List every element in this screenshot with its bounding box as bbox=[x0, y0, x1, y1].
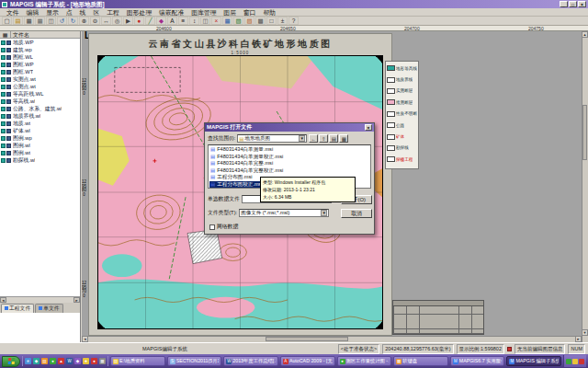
help-icon[interactable]: ? bbox=[288, 17, 299, 25]
measure-icon[interactable]: ± bbox=[277, 17, 288, 25]
layer-visibility-checkbox[interactable] bbox=[1, 55, 6, 60]
layer-item[interactable]: 等高距线.WL bbox=[0, 90, 80, 98]
map-library-icon[interactable]: ▩ bbox=[255, 17, 266, 25]
task-button[interactable]: M MAPGIS 编辑子系统 -… bbox=[506, 356, 561, 366]
layer-item[interactable]: 图例.wt bbox=[0, 149, 80, 156]
layer-item[interactable]: 图框.WL bbox=[0, 53, 80, 61]
layer-visibility-checkbox[interactable] bbox=[1, 48, 6, 52]
layer-item[interactable]: 地质.WP bbox=[0, 39, 80, 46]
quick-launch-word-icon[interactable]: W bbox=[66, 358, 73, 364]
task-button[interactable]: W 2013年度工作总结[… bbox=[223, 356, 278, 366]
task-button[interactable]: M MAPGIS6.7 实用服务 bbox=[450, 356, 505, 366]
layer-item[interactable]: 图框.WP bbox=[0, 61, 80, 68]
layer-item[interactable]: 建筑.wp bbox=[0, 46, 80, 53]
menu-item[interactable]: 文件 bbox=[3, 8, 23, 17]
save-all-icon[interactable]: ▦ bbox=[35, 17, 45, 25]
tray-red-icon[interactable] bbox=[579, 359, 584, 364]
layer-item[interactable]: 图例.wl bbox=[0, 142, 80, 149]
full-extent-icon[interactable]: ◎ bbox=[112, 17, 122, 25]
layer-item[interactable]: 矿体.wl bbox=[0, 127, 80, 134]
layer-icon[interactable]: ▧ bbox=[233, 17, 243, 25]
task-button[interactable]: S SECTION2011(5月12… bbox=[167, 356, 222, 366]
task-button[interactable]: ▦ 软键盘 bbox=[393, 356, 448, 366]
menu-item[interactable]: 线 bbox=[76, 8, 90, 17]
layer-item[interactable]: 地质界线.wl bbox=[0, 112, 80, 120]
up-folder-icon[interactable]: ⇧ bbox=[319, 134, 328, 143]
quick-launch-green-icon[interactable]: ● bbox=[50, 358, 56, 364]
menu-item[interactable]: 区 bbox=[89, 8, 103, 17]
chevron-down-icon[interactable]: ▼ bbox=[321, 210, 327, 216]
tray-yellow-icon[interactable] bbox=[572, 359, 578, 364]
quick-launch-star-icon[interactable]: ★ bbox=[83, 358, 89, 364]
quick-launch-purple-icon[interactable]: ◆ bbox=[74, 358, 81, 364]
legend-item[interactable]: 矿体 bbox=[387, 131, 417, 142]
layer-visibility-checkbox[interactable] bbox=[1, 121, 6, 126]
redo-icon[interactable]: ↻ bbox=[68, 17, 78, 25]
move-icon[interactable]: ↕ bbox=[189, 17, 199, 25]
menu-item[interactable]: 点 bbox=[62, 8, 76, 17]
open-file-icon[interactable]: ▤ bbox=[13, 17, 23, 25]
minimize-icon[interactable]: _ bbox=[560, 1, 568, 7]
chevron-down-icon[interactable]: ▼ bbox=[299, 135, 305, 142]
layer-visibility-checkbox[interactable] bbox=[1, 144, 6, 148]
legend-item[interactable]: 公路 bbox=[387, 120, 417, 131]
quick-launch-folder-icon[interactable]: ▤ bbox=[41, 358, 48, 364]
quick-launch-media-icon[interactable]: ● bbox=[91, 358, 97, 364]
layer-visibility-checkbox[interactable] bbox=[1, 63, 6, 67]
menu-item[interactable]: 镶嵌配准 bbox=[155, 8, 187, 17]
lookin-dropdown[interactable]: ▤ 地形地质图 ▼ bbox=[237, 134, 307, 143]
layer-visibility-checkbox[interactable] bbox=[1, 77, 6, 82]
layer-visibility-checkbox[interactable] bbox=[1, 92, 6, 97]
maximize-icon[interactable]: □ bbox=[569, 1, 577, 7]
task-button[interactable]: ● 测区工作量统计图 -… bbox=[337, 356, 392, 366]
quick-launch-gray-icon[interactable]: ▦ bbox=[99, 358, 106, 364]
menu-item[interactable]: 图层 bbox=[220, 8, 240, 17]
layer-item[interactable]: 实测点.wt bbox=[0, 75, 80, 83]
cancel-button[interactable]: 取消 bbox=[341, 209, 372, 218]
menu-item[interactable]: 显示 bbox=[42, 8, 62, 17]
layer-item[interactable]: 图例.wp bbox=[0, 134, 80, 142]
project-icon[interactable]: ▨ bbox=[244, 17, 254, 25]
layer-visibility-checkbox[interactable] bbox=[1, 151, 6, 155]
polygon-edit-icon[interactable]: ◆ bbox=[156, 17, 166, 25]
menu-item[interactable]: 工程 bbox=[103, 8, 123, 17]
layer-item[interactable]: 勘探线.wl bbox=[0, 156, 80, 164]
layer-visibility-checkbox[interactable] bbox=[1, 129, 6, 133]
dialog-close-icon[interactable]: × bbox=[365, 124, 372, 131]
delete-icon[interactable]: × bbox=[211, 17, 221, 25]
save-icon[interactable]: ▦ bbox=[24, 17, 34, 25]
window-icon[interactable]: □ bbox=[266, 17, 277, 25]
vertical-scroll-thumb[interactable] bbox=[582, 105, 587, 160]
工程分布图.msi[interactable]: ▤ 工程分布图.msi bbox=[209, 174, 252, 181]
legend-item[interactable]: 实测断层 bbox=[387, 86, 417, 97]
scroll-left-icon[interactable]: ◄ bbox=[0, 297, 6, 303]
zoom-in-icon[interactable]: ⊕ bbox=[79, 17, 89, 25]
layer-visibility-checkbox[interactable] bbox=[1, 158, 6, 163]
task-button[interactable]: ▤ E:\地质资料 bbox=[110, 356, 165, 366]
legend-item[interactable]: 性质不明断层 bbox=[387, 109, 417, 120]
new-folder-icon[interactable]: ▤ bbox=[329, 134, 338, 143]
menu-item[interactable]: 窗口 bbox=[240, 8, 260, 17]
layer-item[interactable]: 地质.wt bbox=[0, 120, 80, 127]
attribute-icon[interactable]: ≡ bbox=[178, 17, 188, 25]
quick-launch-ie-icon[interactable]: e bbox=[25, 358, 31, 364]
start-button[interactable] bbox=[2, 356, 20, 367]
menu-item[interactable]: 图库管理 bbox=[187, 8, 220, 17]
sidebar-tab[interactable]: 工程文件 bbox=[1, 304, 34, 313]
quick-launch-desktop-icon[interactable]: ◆ bbox=[33, 358, 40, 364]
zoom-out-icon[interactable]: ⊖ bbox=[90, 17, 100, 25]
new-file-icon[interactable]: ▢ bbox=[2, 17, 12, 25]
menu-item[interactable]: 编辑 bbox=[23, 8, 43, 17]
select-icon[interactable]: ▶ bbox=[123, 17, 133, 25]
tray-green-icon[interactable] bbox=[566, 359, 571, 364]
text-icon[interactable]: A bbox=[167, 17, 177, 25]
quick-launch-red-icon[interactable]: ▲ bbox=[58, 358, 64, 364]
scroll-right-icon[interactable]: ► bbox=[74, 297, 80, 303]
horizontal-scroll-thumb[interactable] bbox=[266, 337, 348, 341]
line-edit-icon[interactable]: ╱ bbox=[145, 17, 155, 25]
back-icon[interactable]: ← bbox=[309, 134, 318, 143]
dialog-title-bar[interactable]: MAPGIS 打开文件 × bbox=[205, 123, 374, 132]
layer-visibility-checkbox[interactable] bbox=[1, 114, 6, 119]
layer-visibility-checkbox[interactable] bbox=[1, 70, 6, 75]
legend-item[interactable]: 探槽工程 bbox=[387, 154, 417, 165]
